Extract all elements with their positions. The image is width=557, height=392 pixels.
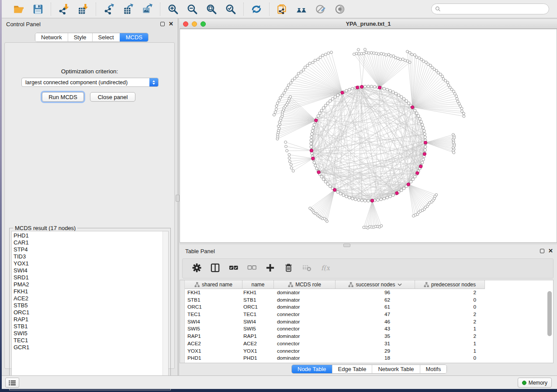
deselect-all-icon[interactable] (247, 263, 256, 274)
mcds-result-item[interactable]: CAR1 (12, 239, 168, 246)
mcds-result-list[interactable]: PHD1CAR1STP4TID3YOX1SWI4SRD1PMA2FKH1ACE2… (11, 231, 169, 388)
delete-column-icon[interactable] (284, 263, 293, 274)
table-row[interactable]: SWI4SWI4dominator462 (185, 318, 547, 326)
mcds-result-item[interactable]: SWI4 (12, 267, 168, 274)
table-close-icon[interactable]: ✕ (548, 249, 553, 253)
float-panel-icon[interactable] (160, 22, 165, 26)
criterion-dropdown[interactable]: largest connected component (undirected) (21, 78, 159, 87)
apply-layout-icon[interactable] (250, 3, 263, 16)
zoom-out-icon[interactable] (186, 3, 199, 16)
import-table-icon[interactable] (76, 3, 90, 16)
export-network-icon[interactable] (102, 3, 115, 16)
mcds-result-item[interactable]: ORC1 (12, 309, 168, 316)
column-header-name[interactable]: name (242, 280, 274, 289)
network-window-title: YPA_prune.txt_1 (180, 21, 557, 27)
table-cell: YOX1 (185, 347, 242, 355)
mcds-result-item[interactable]: SRD1 (12, 274, 168, 281)
table-cell: 18 (336, 354, 415, 362)
tab-select[interactable]: Select (92, 33, 120, 41)
table-row[interactable]: ORC1ORC1dominator610 (185, 303, 547, 311)
table-tab-edge-table[interactable]: Edge Table (332, 365, 372, 373)
tab-mcds[interactable]: MCDS (120, 33, 148, 41)
add-column-icon[interactable] (266, 263, 275, 274)
mcds-result-item[interactable]: PHD1 (12, 232, 168, 239)
task-history-button[interactable] (5, 378, 19, 388)
mcds-result-item[interactable]: PMA2 (12, 281, 168, 288)
network-canvas[interactable] (180, 29, 557, 243)
table-tab-node-table[interactable]: Node Table (292, 365, 332, 373)
table-row[interactable]: TEC1TEC1connector472 (185, 311, 547, 318)
mcds-result-item[interactable]: STP4 (12, 246, 168, 253)
mcds-result-item[interactable]: FKH1 (12, 288, 168, 295)
mcds-result-item[interactable]: ACE2 (12, 295, 168, 302)
table-cell: YOX1 (242, 347, 274, 355)
table-cell: connector (274, 340, 336, 347)
tab-style[interactable]: Style (68, 33, 92, 41)
table-row[interactable]: ACE2ACE2connector311 (185, 340, 547, 347)
mcds-result-item[interactable]: STB5 (12, 302, 168, 309)
mcds-result-item[interactable]: TEC1 (12, 337, 168, 344)
column-header-shared-name[interactable]: shared name (185, 280, 242, 289)
table-cell: 61 (336, 303, 415, 311)
table-row[interactable]: PHD1PHD1dominator180 (185, 354, 547, 362)
table-cell: 0 (415, 303, 485, 311)
tab-network[interactable]: Network (35, 33, 68, 41)
panel-splitter-grip[interactable] (176, 195, 180, 202)
select-all-icon[interactable] (229, 263, 238, 274)
network-overview-icon[interactable] (295, 3, 308, 16)
table-cell: 47 (336, 311, 415, 318)
table-row[interactable]: FKH1FKH1dominator962 (185, 289, 547, 296)
table-float-icon[interactable] (540, 249, 544, 253)
table-row[interactable]: YOX1YOX1connector291 (185, 347, 547, 355)
open-file-icon[interactable] (12, 3, 25, 16)
mcds-list-scrollbar[interactable] (163, 231, 168, 388)
table-scrollbar[interactable] (547, 290, 552, 362)
table-row[interactable]: STB1STB1dominator620 (185, 296, 547, 304)
table-splitter-grip[interactable] (343, 244, 350, 247)
column-header-predecessor-nodes[interactable]: predecessor nodes (415, 280, 485, 289)
show-hide-eye-icon[interactable] (333, 3, 346, 16)
table-cell: 2 (415, 311, 485, 318)
table-tab-motifs[interactable]: Motifs (420, 365, 447, 373)
export-table-icon[interactable] (121, 3, 135, 16)
zoom-selected-icon[interactable] (224, 3, 237, 16)
table-settings-icon[interactable] (192, 263, 201, 274)
zoom-fit-icon[interactable] (205, 3, 218, 16)
search-input[interactable] (443, 6, 545, 12)
table-row[interactable]: RAP1RAP1dominator352 (185, 333, 547, 340)
table-cell: 0 (415, 296, 485, 304)
criterion-value: largest connected component (undirected) (22, 79, 149, 86)
mcds-result-item[interactable]: TID3 (12, 253, 168, 260)
mcds-result-item[interactable]: SWI5 (12, 330, 168, 337)
svg-text:f(x): f(x) (321, 264, 330, 272)
mcds-result-item[interactable]: YOX1 (12, 260, 168, 267)
zoom-in-icon[interactable] (166, 3, 180, 16)
table-cell: TEC1 (185, 311, 242, 318)
close-panel-button[interactable]: Close panel (90, 92, 135, 102)
network-window-titlebar[interactable]: YPA_prune.txt_1 (180, 19, 557, 29)
graphics-details-icon[interactable] (314, 3, 327, 16)
run-mcds-button[interactable]: Run MCDS (42, 92, 84, 102)
mcds-result-item[interactable]: RAP1 (12, 316, 168, 323)
memory-button[interactable]: Memory (518, 378, 552, 388)
column-header-successor-nodes[interactable]: successor nodes (336, 280, 415, 289)
table-scrollbar-thumb[interactable] (547, 291, 552, 336)
mcds-result-item[interactable]: GCR1 (12, 344, 168, 351)
toggle-panels-icon[interactable] (211, 263, 220, 274)
export-image-icon[interactable] (141, 3, 154, 16)
control-panel-titlebar: Control Panel ✕ (2, 18, 178, 30)
table-row[interactable]: SWI5SWI5connector431 (185, 325, 547, 333)
table-panel: Table Panel ✕ f(x) shared namenameMCDS r… (180, 245, 557, 375)
control-panel-title: Control Panel (6, 21, 41, 28)
mcds-result-item[interactable]: STB1 (12, 323, 168, 330)
network-view-window: YPA_prune.txt_1 (180, 18, 557, 244)
close-panel-icon[interactable]: ✕ (169, 22, 173, 26)
new-network-from-selection-icon[interactable] (276, 3, 289, 16)
table-cell: 43 (336, 325, 415, 333)
import-network-icon[interactable] (57, 3, 70, 16)
search-box[interactable] (431, 3, 549, 14)
row-header-gutter (180, 280, 185, 363)
table-tab-network-table[interactable]: Network Table (372, 365, 419, 373)
column-header-MCDS-role[interactable]: MCDS role (274, 280, 336, 289)
save-session-icon[interactable] (31, 3, 45, 16)
